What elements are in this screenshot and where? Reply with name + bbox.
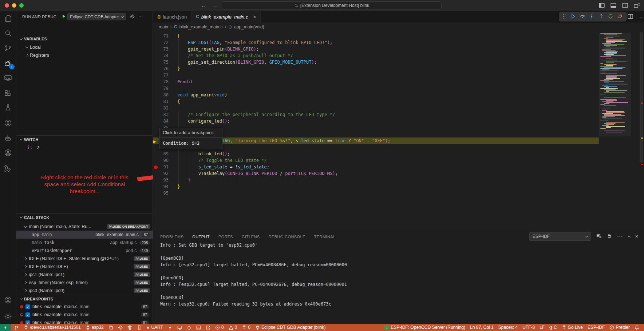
restart-button[interactable] <box>608 14 613 20</box>
line-number[interactable]: 83 <box>159 111 169 118</box>
line-number[interactable]: 76 <box>159 65 169 72</box>
line-number[interactable]: 80 <box>159 92 169 98</box>
status-flash-device[interactable] <box>166 324 174 331</box>
clear-output-icon[interactable] <box>596 233 602 240</box>
code-line-81[interactable]: 81{ <box>153 98 599 105</box>
step-over-button[interactable] <box>580 14 585 20</box>
breakpoint-item[interactable]: ✓blink_example_main.cmain87 <box>16 311 153 319</box>
code-line-74[interactable]: 74 /* Set the GPIO as a push/pull output… <box>153 52 599 59</box>
status-cursor-position[interactable]: Ln 87, Col 1 <box>468 324 495 331</box>
section-breakpoints[interactable]: BREAKPOINTS <box>16 295 153 303</box>
activity-gitlens-icon[interactable] <box>0 115 16 130</box>
disconnect-button[interactable] <box>617 14 623 20</box>
call-stack-thread[interactable]: IDLE (Name: IDLE)PAUSED <box>16 263 153 271</box>
code-line-72[interactable]: 72 ESP_LOGI(TAG, "Example configured to … <box>153 39 599 46</box>
status-esp-idf-version[interactable] <box>12 324 21 331</box>
editor-scrollbar[interactable] <box>640 32 643 163</box>
line-number[interactable]: 82 <box>159 105 169 111</box>
panel-tab-output[interactable]: OUTPUT <box>192 230 210 243</box>
status-eol[interactable]: LF <box>538 324 546 331</box>
remote-indicator[interactable] <box>0 324 11 331</box>
code-line-92[interactable]: 92 vTaskDelay(CONFIG_BLINK_PERIOD / port… <box>153 170 599 177</box>
line-number[interactable]: 91 <box>159 164 169 170</box>
line-number[interactable]: 89 <box>159 151 169 157</box>
editor-more-actions-icon[interactable]: ⋯ <box>638 14 643 20</box>
split-editor-icon[interactable] <box>628 14 633 20</box>
status-language-mode[interactable]: {}C <box>548 324 558 331</box>
nav-forward-icon[interactable]: → <box>212 3 218 9</box>
activity-extensions-icon[interactable] <box>0 85 16 100</box>
activity-search-icon[interactable] <box>0 26 16 41</box>
panel-tab-ports[interactable]: PORTS <box>218 230 233 243</box>
section-variables[interactable]: VARIABLES <box>16 35 153 43</box>
code-line-82[interactable]: 82 <box>153 105 599 111</box>
close-tab-icon[interactable]: × <box>253 14 256 20</box>
code-line-77[interactable]: 77 <box>153 72 599 79</box>
code-line-89[interactable]: 89 blink_led(); <box>153 151 599 157</box>
breadcrumb-folder[interactable]: main <box>159 24 168 29</box>
status-esp-idf-ext[interactable]: ESP-IDF <box>586 324 607 331</box>
minimap[interactable] <box>599 31 631 230</box>
step-into-button[interactable] <box>589 14 594 20</box>
code-line-94[interactable]: 94} <box>153 183 599 190</box>
status-debug-session[interactable]: Eclipse CDT GDB Adapter (blink) <box>253 324 328 331</box>
stack-frame[interactable]: main_taskapp_startup.c208 <box>16 239 153 247</box>
breakpoint-checkbox[interactable]: ✓ <box>25 304 30 309</box>
activity-testing-icon[interactable] <box>0 100 16 115</box>
continue-button[interactable] <box>570 14 575 20</box>
status-errors[interactable]: 0 <box>213 324 226 331</box>
code-line-93[interactable]: 93 } <box>153 177 599 183</box>
code-line-84[interactable]: 84 configure_led(); <box>153 118 599 124</box>
activity-run-and-debug-icon[interactable]: 1 <box>0 56 16 71</box>
editor-tab-launch.json[interactable]: {}launch.json <box>153 11 191 23</box>
activity-explorer-icon[interactable] <box>0 11 16 26</box>
status-custom-task[interactable] <box>204 324 212 331</box>
breadcrumb-file[interactable]: blink_example_main.c <box>179 24 223 29</box>
activity-live-share-icon[interactable] <box>0 145 16 160</box>
activity-esp-idf-explorer-icon[interactable] <box>0 160 16 175</box>
code-line-83[interactable]: 83 /* Configure the peripheral according… <box>153 111 599 118</box>
line-number[interactable]: 74 <box>159 52 169 59</box>
activity-accounts-icon[interactable] <box>0 292 16 307</box>
panel-tab-problems[interactable]: PROBLEMS <box>160 230 183 243</box>
lock-autoscroll-icon[interactable] <box>607 233 612 240</box>
code-line-75[interactable]: 75 gpio_set_direction(BLINK_GPIO, GPIO_M… <box>153 59 599 65</box>
status-build-flash-monitor[interactable] <box>185 324 193 331</box>
breadcrumb-symbol[interactable]: app_main(void) <box>234 24 264 29</box>
call-stack-thread[interactable]: main (Name: main, State: Ru...PAUSED ON … <box>16 223 153 231</box>
line-number[interactable]: 90 <box>159 157 169 164</box>
customize-layout-icon[interactable] <box>634 3 640 8</box>
code-line-95[interactable]: 95 <box>153 190 599 196</box>
status-monitor-device[interactable] <box>175 324 184 331</box>
step-out-button[interactable] <box>599 14 604 20</box>
line-number[interactable]: 72 <box>159 39 169 46</box>
line-number[interactable]: 79 <box>159 85 169 92</box>
code-line-73[interactable]: 73 gpio_reset_pin(BLINK_GPIO); <box>153 46 599 52</box>
code-line-90[interactable]: 90 /* Toggle the LED state */ <box>153 157 599 164</box>
code-line-79[interactable]: 79 <box>153 85 599 92</box>
toolbar-drag-grip[interactable] <box>563 14 566 20</box>
line-number[interactable]: 77 <box>159 72 169 79</box>
line-number[interactable]: 84 <box>159 118 169 124</box>
panel-tab-terminal[interactable]: TERMINAL <box>314 230 336 243</box>
line-number[interactable]: 78 <box>159 79 169 85</box>
toggle-sidebar-icon[interactable] <box>599 3 605 8</box>
call-stack-thread[interactable]: ipc1 (Name: ipc1)PAUSED <box>16 271 153 279</box>
minimize-window-button[interactable] <box>12 3 16 8</box>
status-notifications[interactable] <box>633 324 641 331</box>
breakpoint-dot-icon[interactable] <box>154 166 158 169</box>
panel-tab-debug-console[interactable]: DEBUG CONSOLE <box>269 230 305 243</box>
activity-docker-icon[interactable] <box>0 130 16 145</box>
line-number[interactable]: 92 <box>159 170 169 177</box>
debug-config-dropdown[interactable]: Eclipse CDT GDB Adapter <box>67 13 126 20</box>
zoom-window-button[interactable] <box>19 3 24 8</box>
line-number[interactable]: 95 <box>159 190 169 196</box>
panel-tab-gitlens[interactable]: GITLENS <box>242 230 260 243</box>
maximize-panel-icon[interactable] <box>628 236 631 239</box>
panel-more-actions-icon[interactable]: ⋯ <box>617 233 623 240</box>
nav-back-icon[interactable]: ← <box>201 3 206 9</box>
status-serial-port[interactable]: /dev/cu.usbserial-1141501 <box>22 324 83 331</box>
status-prettier[interactable]: Prettier <box>608 324 632 331</box>
start-debug-button[interactable] <box>62 14 66 20</box>
status-go-live[interactable]: Go Live <box>560 324 585 331</box>
